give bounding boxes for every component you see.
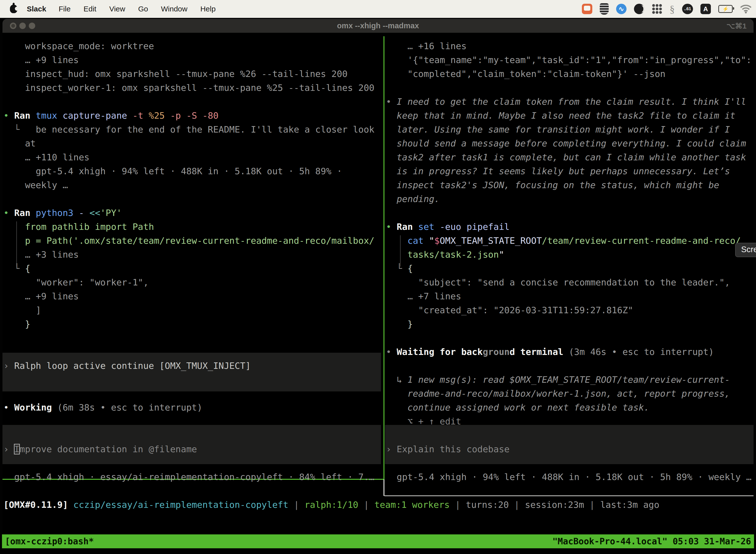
battery-icon[interactable]: ⚡ [718, 5, 733, 13]
pane-divider-vertical[interactable] [383, 36, 384, 479]
terminal-line: [OMX#0.11.9] cczip/essay/ai-reimplementa… [3, 498, 659, 512]
terminal-line: … +3 lines [3, 248, 79, 262]
terminal-line: inspect_hud: omx sparkshell --tmux-pane … [3, 67, 348, 81]
pane-divider-vertical-lower [383, 479, 384, 496]
terminal-line: "subject": "send a concise recommendatio… [386, 276, 730, 289]
moon-circle-icon[interactable] [634, 4, 644, 14]
terminal-line: … +9 lines [3, 53, 79, 67]
terminal-line: weekly … [3, 178, 68, 192]
terminal-line: from pathlib import Path [3, 220, 154, 234]
terminal-line: • Waiting for background terminal (3m 46… [386, 345, 714, 359]
terminal-line: └ be necessary for the end of the README… [3, 123, 375, 136]
wifi-icon[interactable] [740, 4, 752, 13]
apple-menu-icon[interactable] [10, 5, 17, 13]
terminal-line: is in progress? It seems likely but perh… [386, 164, 730, 178]
terminal-line: • Ran set -euo pipefail [386, 220, 510, 234]
window-title-bar[interactable]: omx --xhigh --madmax ⌥⌘1 [2, 19, 754, 33]
terminal-line: inspect_worker-1: omx sparkshell --tmux-… [3, 81, 375, 95]
terminal-line: p = Path('.omx/state/team/review-current… [3, 234, 375, 248]
menu-item-edit[interactable]: Edit [83, 5, 97, 13]
menu-item-window[interactable]: Window [161, 5, 188, 13]
terminal-line: • Ran python3 - <<'PY' [3, 206, 122, 220]
screen-record-icon[interactable] [582, 4, 592, 14]
terminal-line: at [3, 136, 36, 151]
terminal-line: workspace_mode: worktree [3, 39, 154, 53]
terminal-line: › Explain this codebase [386, 442, 510, 456]
terminal-line: cat "$OMX_TEAM_STATE_ROOT/team/review-cu… [386, 234, 741, 248]
terminal-line: "created_at": "2026-03-31T11:59:27.816Z" [386, 303, 633, 317]
app-menu-title[interactable]: Slack [27, 5, 46, 13]
terminal-line: task2 after task1 is complete, but can I… [386, 151, 746, 164]
screen: Slack FileEditViewGoWindowHelp ∿ § ..61 … [0, 0, 756, 554]
tmux-session-label: [omx-cczip0:bash* [5, 536, 94, 546]
terminal-line: › Ralph loop active continue [OMX_TMUX_I… [3, 359, 251, 373]
terminal-line: "completed","claim_token":"claim-token"}… [386, 67, 666, 81]
terminal-line: gpt-5.4 xhigh · 94% left · 488K in · 5.1… [386, 470, 752, 484]
terminal-line: … +110 lines [3, 151, 89, 164]
terminal-line: tasks/task-2.json" [386, 248, 504, 262]
battery-percent-badge-icon[interactable]: ..61 [682, 4, 693, 14]
dots-grid-icon[interactable] [652, 4, 662, 14]
terminal-line: • Ran tmux capture-pane -t %25 -p -S -80 [3, 109, 218, 123]
right-pane-bottom-border [384, 495, 754, 496]
terminal-line: "worker": "worker-1", [3, 276, 148, 289]
menu-bar: Slack FileEditViewGoWindowHelp ∿ § ..61 … [0, 0, 756, 18]
terminal-line: … +9 lines [3, 289, 79, 303]
keyboard-a-icon[interactable]: A [700, 4, 711, 14]
terminal-line: … +7 lines [386, 289, 461, 303]
terminal-line: continue assigned work or next feasible … [386, 401, 649, 414]
terminal-line: later. Using the same for transition mig… [386, 123, 730, 136]
shield-grid-icon[interactable] [600, 3, 609, 15]
terminal-line: • I need to get the claim token from the… [386, 95, 746, 109]
terminal-line: '{"team_name":"my-team","task_id":"1","f… [386, 53, 752, 67]
tmux-host-clock-label: "MacBook-Pro-44.local" 05:03 31-Mar-26 [552, 536, 751, 546]
terminal-line: └ { [386, 262, 413, 276]
terminal-line: } [3, 317, 30, 331]
terminal-line: … +16 lines [386, 39, 466, 53]
squiggle-icon[interactable]: § [670, 3, 675, 15]
terminal-line: should send a message before completing … [386, 136, 746, 151]
screen-tooltip: Scre [735, 243, 756, 257]
swirl-blue-icon[interactable]: ∿ [616, 4, 627, 14]
terminal-line: › Improve documentation in @filename [3, 442, 197, 456]
menubar-status-icons: ∿ § ..61 A ⚡ [582, 0, 752, 18]
terminal-line: • Working (6m 38s • esc to interrupt) [3, 401, 202, 414]
terminal-line: └ { [3, 262, 30, 276]
tmux-status-bar: [omx-cczip0:bash* "MacBook-Pro-44.local"… [2, 535, 754, 548]
terminal-line: ↳ 1 new msg(s): read $OMX_TEAM_STATE_ROO… [386, 373, 730, 387]
window-shortcut-badge: ⌥⌘1 [727, 21, 747, 30]
terminal-line: ] [3, 303, 41, 317]
terminal-line: gpt-5.4 xhigh · essay/ai-reimplementatio… [3, 470, 375, 484]
terminal-line: } [386, 317, 413, 331]
menu-item-go[interactable]: Go [138, 5, 148, 13]
menu-item-file[interactable]: File [59, 5, 70, 13]
menu-item-view[interactable]: View [109, 5, 125, 13]
terminal-line: ⌥ + ↑ edit [386, 414, 461, 428]
menu-items: FileEditViewGoWindowHelp [59, 5, 215, 13]
terminal-line: inspect task2's JSON, focusing on the st… [386, 178, 719, 192]
menu-item-help[interactable]: Help [200, 5, 216, 13]
terminal-line: gpt-5.4 xhigh · 94% left · 488K in · 5.1… [3, 164, 342, 178]
terminal-line: pending. [386, 192, 440, 206]
window-title: omx --xhigh --madmax [2, 21, 754, 30]
terminal-line: keep that in mind. Maybe I also need the… [386, 109, 736, 123]
terminal-line: readme-and-reco/mailbox/worker-1.json, a… [386, 387, 730, 401]
